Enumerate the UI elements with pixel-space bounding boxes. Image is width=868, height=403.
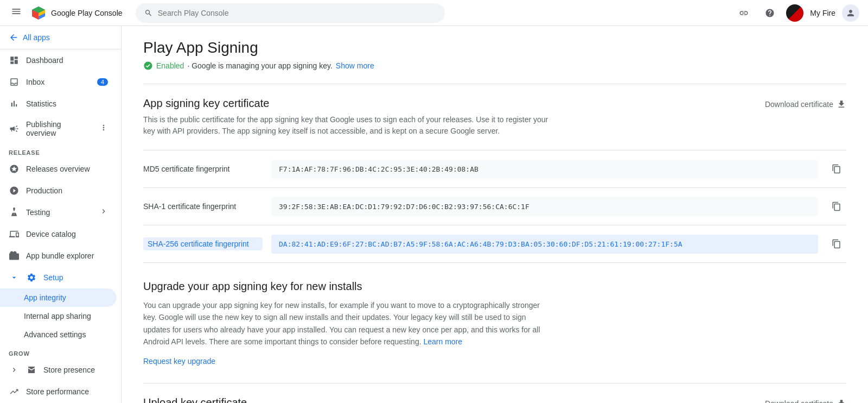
cert-section-header: App signing key certificate Download cer… xyxy=(143,97,846,110)
sidebar-item-store-presence[interactable]: Store presence xyxy=(0,359,117,381)
download-cert-button-1[interactable]: Download certificate xyxy=(765,99,846,109)
sha256-label: SHA-256 certificate fingerprint xyxy=(143,237,263,250)
request-key-upgrade-link[interactable]: Request key upgrade xyxy=(143,357,215,366)
download-icon-1 xyxy=(837,99,846,109)
download-cert-label-1: Download certificate xyxy=(765,100,833,109)
topbar: Google Play Console My Fire xyxy=(0,0,868,26)
app-bundle-icon xyxy=(9,250,20,261)
dashboard-icon xyxy=(9,55,20,66)
logo-text: Google Play Console xyxy=(51,9,123,17)
show-more-link[interactable]: Show more xyxy=(336,61,374,70)
fingerprint-row-sha1: SHA-1 certificate fingerprint 39:2F:58:3… xyxy=(143,188,846,225)
upgrade-section: Upgrade your app signing key for new ins… xyxy=(143,280,846,366)
publishing-label: Publishing overview xyxy=(26,120,93,137)
sidebar-item-production[interactable]: Production xyxy=(0,180,117,202)
cert-section-title: App signing key certificate xyxy=(143,97,269,110)
user-flag-avatar[interactable] xyxy=(786,4,803,22)
sha1-label: SHA-1 certificate fingerprint xyxy=(143,202,263,211)
cert-section-desc: This is the public certificate for the a… xyxy=(143,114,550,137)
upload-cert-title: Upload key certificate xyxy=(143,396,247,403)
upload-section: Upload key certificate Download certific… xyxy=(143,396,846,403)
upgrade-title: Upgrade your app signing key for new ins… xyxy=(143,280,846,293)
sha1-value: 39:2F:58:3E:AB:EA:DC:D1:79:92:D7:D6:0C:B… xyxy=(271,197,818,216)
status-check-icon xyxy=(143,61,153,71)
store-icon xyxy=(26,364,37,375)
link-icon-btn[interactable] xyxy=(734,3,754,23)
status-bar: Enabled · Google is managing your app si… xyxy=(143,61,846,71)
all-apps-link[interactable]: All apps xyxy=(0,26,121,49)
download-cert-button-2[interactable]: Download certificate xyxy=(765,399,846,403)
advanced-settings-label: Advanced settings xyxy=(24,330,86,339)
inbox-badge: 4 xyxy=(97,78,108,86)
user-avatar[interactable] xyxy=(842,4,859,22)
internal-app-sharing-label: Internal app sharing xyxy=(24,312,91,320)
upload-cert-header: Upload key certificate Download certific… xyxy=(143,396,846,403)
sidebar-item-setup[interactable]: Setup xyxy=(0,267,117,288)
fingerprint-row-sha256: SHA-256 certificate fingerprint DA:82:41… xyxy=(143,225,846,263)
inbox-label: Inbox xyxy=(26,78,44,86)
store-performance-icon xyxy=(9,386,20,397)
md5-label: MD5 certificate fingerprint xyxy=(143,165,263,173)
testing-expand-icon xyxy=(99,207,108,218)
production-label: Production xyxy=(26,186,62,195)
topbar-right: My Fire xyxy=(734,3,859,23)
sha256-copy-button[interactable] xyxy=(827,234,846,254)
sidebar-item-inbox[interactable]: Inbox 4 xyxy=(0,71,117,93)
dashboard-label: Dashboard xyxy=(26,56,63,65)
sidebar-item-app-bundle-explorer[interactable]: App bundle explorer xyxy=(0,245,117,267)
releases-overview-label: Releases overview xyxy=(26,165,90,173)
publishing-icon xyxy=(9,123,20,134)
search-input[interactable] xyxy=(158,9,436,17)
top-divider xyxy=(143,84,846,84)
setup-expand-icon xyxy=(9,272,20,283)
sha256-value: DA:82:41:AD:E9:6F:27:BC:AD:B7:A5:9F:58:6… xyxy=(271,235,818,254)
search-icon xyxy=(144,9,152,17)
fingerprints-container: MD5 certificate fingerprint F7:1A:AF:78:… xyxy=(143,150,846,263)
store-presence-label: Store presence xyxy=(43,366,95,374)
testing-icon xyxy=(9,207,20,218)
search-bar[interactable] xyxy=(136,3,445,23)
sidebar-item-device-catalog[interactable]: Device catalog xyxy=(0,223,117,245)
sidebar-sub-item-advanced-settings[interactable]: Advanced settings xyxy=(0,325,117,344)
upload-divider xyxy=(143,383,846,383)
layout: All apps Dashboard Inbox 4 Statistics xyxy=(0,26,868,403)
sidebar-item-publishing[interactable]: Publishing overview xyxy=(0,115,117,143)
help-icon-btn[interactable] xyxy=(760,3,780,23)
app-bundle-label: App bundle explorer xyxy=(26,251,94,260)
sha1-copy-button[interactable] xyxy=(827,197,846,216)
logo[interactable]: Google Play Console xyxy=(30,5,123,21)
app-integrity-label: App integrity xyxy=(24,293,66,302)
status-desc: · Google is managing your app signing ke… xyxy=(187,61,332,70)
upgrade-desc: You can upgrade your app signing key for… xyxy=(143,299,550,348)
page-title: Play App Signing xyxy=(143,39,846,56)
all-apps-label: All apps xyxy=(23,33,50,42)
sidebar: All apps Dashboard Inbox 4 Statistics xyxy=(0,26,122,403)
sidebar-item-testing[interactable]: Testing xyxy=(0,202,117,223)
sidebar-item-dashboard[interactable]: Dashboard xyxy=(0,49,117,71)
sidebar-item-statistics[interactable]: Statistics xyxy=(0,93,117,115)
download-cert-label-2: Download certificate xyxy=(765,399,833,403)
grow-section-label: Grow xyxy=(0,344,121,359)
learn-more-link[interactable]: Learn more xyxy=(423,337,462,346)
download-icon-2 xyxy=(837,399,846,403)
sidebar-item-releases-overview[interactable]: Releases overview xyxy=(0,158,117,180)
md5-copy-button[interactable] xyxy=(827,159,846,179)
store-performance-label: Store performance xyxy=(26,387,89,396)
main-content: Play App Signing Enabled · Google is man… xyxy=(122,26,868,403)
setup-label: Setup xyxy=(43,273,63,282)
fingerprint-row-md5: MD5 certificate fingerprint F7:1A:AF:78:… xyxy=(143,150,846,188)
user-name[interactable]: My Fire xyxy=(810,9,835,17)
sidebar-item-store-performance[interactable]: Store performance xyxy=(0,381,117,402)
sidebar-sub-item-app-integrity[interactable]: App integrity xyxy=(0,288,117,307)
testing-label: Testing xyxy=(26,208,50,217)
device-catalog-icon xyxy=(9,229,20,240)
md5-value: F7:1A:AF:78:7F:96:DB:4C:2C:95:3E:40:2B:4… xyxy=(271,160,818,179)
production-icon xyxy=(9,185,20,196)
setup-icon xyxy=(26,272,37,283)
sidebar-sub-item-internal-app-sharing[interactable]: Internal app sharing xyxy=(0,307,117,325)
release-section-label: Release xyxy=(0,143,121,158)
menu-icon[interactable] xyxy=(9,4,24,22)
publishing-expand-icon xyxy=(99,123,108,134)
device-catalog-label: Device catalog xyxy=(26,230,76,238)
inbox-icon xyxy=(9,77,20,87)
